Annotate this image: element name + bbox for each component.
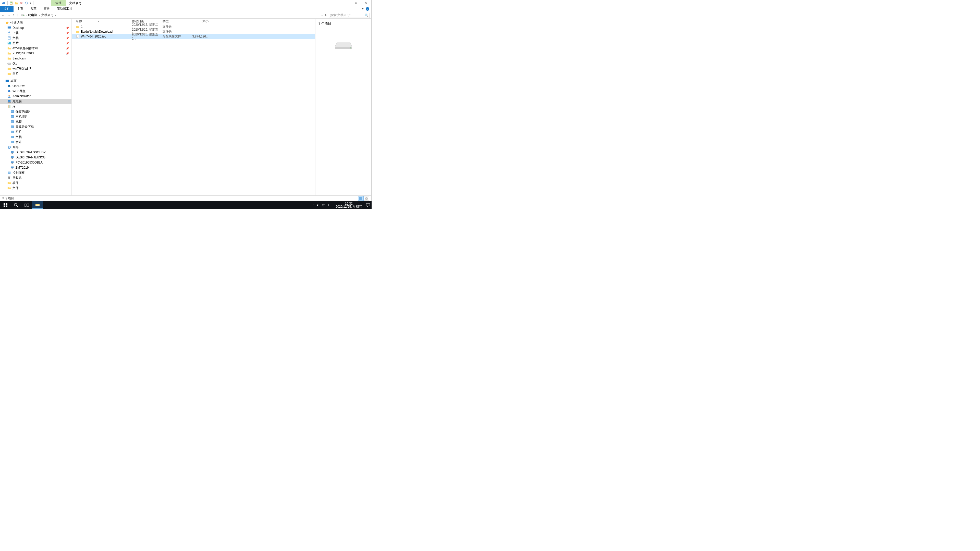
tab-view[interactable]: 查看 [40,6,53,12]
history-dropdown-icon[interactable]: ▾ [13,14,14,17]
chevron-right-icon[interactable]: › [39,14,40,17]
delete-icon[interactable]: ✕ [20,1,23,5]
tree-item[interactable]: 本机照片 [0,114,72,119]
start-button[interactable] [0,201,11,209]
undo-icon[interactable] [24,1,28,5]
svg-rect-61 [3,205,5,207]
tree-item[interactable]: 音乐 [0,140,72,144]
svg-rect-2 [355,2,357,4]
action-center-icon[interactable] [366,203,370,207]
search-input[interactable]: 搜索"文档 (E:)" 🔍 [329,13,370,18]
icons-view-button[interactable] [364,196,369,201]
new-folder-icon[interactable] [15,1,18,5]
tab-drive-tools[interactable]: 驱动器工具 [53,6,76,12]
minimize-button[interactable] [341,0,351,6]
tree-item[interactable]: YUNQISHI2019📌 [0,51,72,56]
tree-item[interactable]: 视频 [0,119,72,124]
tree-item[interactable]: 文档📌 [0,35,72,41]
crumb-drive[interactable]: 文档 (E:) [41,13,54,18]
crumb-this-pc[interactable]: 此电脑 [27,13,38,18]
tree-item[interactable]: 网络 [0,144,72,150]
tree-quick-access[interactable]: 快速访问 [0,20,72,25]
col-type[interactable]: 类型 [162,19,188,24]
tree-item[interactable]: 图片 [0,71,72,76]
maximize-button[interactable] [351,0,361,6]
tree-item[interactable]: 回收站 [0,175,72,180]
tree-item[interactable]: 控制面板 [0,170,72,175]
svg-rect-37 [11,156,14,158]
tree-item[interactable]: Desktop📌 [0,25,72,30]
tree-item[interactable]: 软件 [0,180,72,186]
tree-item[interactable]: PC-20190530OBLA [0,160,72,165]
navigation-tree[interactable]: 快速访问Desktop📌下载📌文档📌图片📌excel表格制作求和📌YUNQISH… [0,19,72,195]
tree-item[interactable]: 文件 [0,186,72,191]
tree-item[interactable]: DESKTOP-NJEU3CG [0,155,72,160]
file-row[interactable]: Win7x64_2020.iso2020/12/25, 星期五 1...光盘映像… [72,34,315,39]
breadcrumb[interactable]: › 此电脑 › 文档 (E:) › [20,13,319,18]
tab-share[interactable]: 共享 [27,6,40,12]
up-button[interactable]: ↑ [17,14,18,17]
svg-rect-8 [8,27,11,29]
details-view-button[interactable] [358,196,364,201]
view-toggles [358,196,369,201]
pin-icon: 📌 [66,52,69,55]
svg-rect-29 [11,131,14,133]
tab-home[interactable]: 主页 [14,6,27,12]
taskbar[interactable]: ˄ 中 16:32 2020/12/25, 星期五 [0,201,372,209]
tree-label: 音乐 [16,140,22,144]
tree-item[interactable]: 图片📌 [0,41,72,46]
tree-label: OneDrive [13,84,25,88]
search-button[interactable] [11,201,21,209]
search-icon[interactable]: 🔍 [365,14,369,17]
tab-file[interactable]: 文件 [0,6,14,12]
tree-item[interactable]: ZMT2019 [0,165,72,170]
file-row[interactable]: 12020/12/15, 星期二 1...文件夹 [72,24,315,29]
tree-item[interactable]: WPS网盘 [0,89,72,94]
svg-rect-46 [8,176,11,177]
tree-item[interactable]: G:\ [0,61,72,66]
forward-button[interactable]: → [7,14,11,17]
address-dropdown-icon[interactable]: ⌄ [321,14,323,17]
tray-overflow-icon[interactable]: ˄ [312,204,313,206]
svg-rect-10 [8,34,11,35]
tree-item[interactable]: Bandicam [0,56,72,61]
svg-rect-40 [11,164,13,164]
chevron-right-icon[interactable]: › [25,14,27,17]
properties-icon[interactable] [10,1,13,5]
svg-point-17 [10,64,11,64]
tree-item[interactable]: 保存的图片 [0,109,72,114]
explorer-taskbar-button[interactable] [32,201,43,209]
context-tab-manage[interactable]: 管理 [51,0,66,6]
tree-item[interactable]: 此电脑 [0,99,72,104]
network-icon[interactable] [328,203,331,207]
back-button[interactable]: ← [2,14,5,17]
col-name[interactable]: 名称 ▴ [76,19,132,24]
tree-item[interactable]: Administrator [0,94,72,99]
chevron-right-icon[interactable]: › [55,14,56,17]
tree-desktop[interactable]: 桌面 [0,78,72,83]
qat-dropdown-icon[interactable]: ▾ [30,1,31,5]
close-button[interactable] [361,0,371,6]
desktop-icon [7,26,11,30]
tree-item[interactable]: 下载📌 [0,30,72,35]
tree-item[interactable]: excel表格制作求和📌 [0,46,72,51]
refresh-icon[interactable]: ↻ [325,14,328,17]
collapse-ribbon-icon[interactable] [362,8,364,10]
file-row[interactable]: BaiduNetdiskDownload2020/12/25, 星期五 1...… [72,29,315,34]
tree-item[interactable]: 图片 [0,129,72,135]
tree-item[interactable]: 文档 [0,135,72,140]
tree-item[interactable]: win7重装win7 [0,66,72,71]
tree-label: DESKTOP-LSSOEDP [16,151,46,154]
column-headers[interactable]: 名称 ▴ 修改日期 类型 大小 [72,19,315,24]
volume-icon[interactable] [316,203,320,207]
tree-item[interactable]: 天翼云盘下载 [0,124,72,129]
task-view-button[interactable] [21,201,32,209]
help-icon[interactable]: ? [366,7,369,11]
clock[interactable]: 16:32 2020/12/25, 星期五 [334,202,363,208]
tree-item[interactable]: DESKTOP-LSSOEDP [0,150,72,155]
col-size[interactable]: 大小 [188,19,208,24]
ime-indicator[interactable]: 中 [322,203,325,207]
tree-item[interactable]: OneDrive [0,83,72,89]
tree-item[interactable]: 库 [0,104,72,109]
tree-label: Desktop [13,26,24,30]
